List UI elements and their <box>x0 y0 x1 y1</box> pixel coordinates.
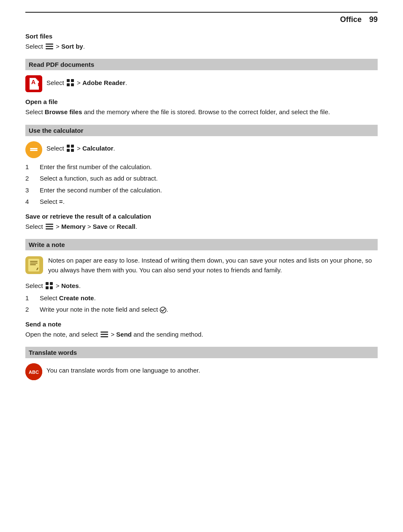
save-retrieve-heading: Save or retrieve the result of a calcula… <box>25 213 378 220</box>
calculator-instruction: Select > Calculator. <box>46 143 115 153</box>
sort-files-select-label: Select <box>25 43 45 50</box>
note-step-1: 1 Select Create note. <box>25 293 378 303</box>
sort-files-heading: Sort files <box>25 33 378 40</box>
svg-rect-7 <box>67 83 70 86</box>
svg-rect-10 <box>71 145 74 148</box>
sort-files-section: Sort files Select > Sort by. <box>25 33 378 51</box>
svg-rect-20 <box>30 264 36 265</box>
apps-grid-icon-pdf <box>67 79 74 87</box>
svg-text:ABC: ABC <box>29 370 39 375</box>
menu-icon <box>46 44 53 49</box>
send-note-heading: Send a note <box>25 321 378 328</box>
svg-rect-19 <box>30 263 38 263</box>
svg-rect-15 <box>46 228 53 230</box>
menu-icon-send <box>101 332 108 337</box>
calculator-icon-row: Select > Calculator. <box>25 141 378 158</box>
write-note-intro: Notes on paper are easy to lose. Instead… <box>48 255 378 275</box>
translate-bar: Translate words <box>25 347 378 358</box>
open-file-text: Select Browse files and the memory where… <box>25 107 378 117</box>
svg-text:PDF: PDF <box>31 82 41 87</box>
read-pdf-instruction: Select > Adobe Reader. <box>46 78 127 88</box>
svg-rect-26 <box>101 332 108 333</box>
sort-files-instruction: Select > Sort by. <box>25 41 378 51</box>
svg-rect-11 <box>67 149 70 152</box>
calc-step-2: 2 Select a function, such as add or subt… <box>25 174 378 184</box>
header-page: 99 <box>369 15 378 24</box>
svg-rect-1 <box>46 46 53 47</box>
write-note-section: Write a note Notes on paper are easy to … <box>25 239 378 339</box>
open-file-heading: Open a file <box>25 98 378 105</box>
calculator-steps-list: 1 Enter the first number of the calculat… <box>25 162 378 207</box>
svg-rect-13 <box>46 224 53 225</box>
svg-rect-6 <box>71 79 74 82</box>
write-note-select: Select > Notes. <box>25 281 378 291</box>
calc-step-3: 3 Enter the second number of the calcula… <box>25 186 378 195</box>
write-note-icon-row: Notes on paper are easy to lose. Instead… <box>25 255 378 278</box>
svg-rect-12 <box>71 149 74 152</box>
svg-rect-0 <box>46 44 53 45</box>
calculator-icon-inner <box>30 148 38 151</box>
calc-line-1 <box>30 148 38 149</box>
write-note-bar: Write a note <box>25 239 378 250</box>
svg-rect-21 <box>46 282 49 285</box>
calculator-section: Use the calculator Select > Calculator. <box>25 125 378 231</box>
page: Office 99 Sort files Select > Sort by. R… <box>0 0 403 532</box>
apps-grid-icon-notes <box>46 282 53 290</box>
svg-rect-2 <box>46 48 53 49</box>
abc-icon: ABC <box>25 363 42 380</box>
calc-line-2 <box>30 150 38 151</box>
svg-rect-22 <box>50 282 53 285</box>
menu-icon-save <box>46 224 53 230</box>
calculator-bar: Use the calculator <box>25 125 378 136</box>
svg-rect-9 <box>67 145 70 148</box>
adobe-reader-icon: PDF <box>25 75 42 92</box>
notes-icon-wrapper <box>25 256 43 275</box>
translate-section: Translate words ABC You can translate wo… <box>25 347 378 380</box>
read-pdf-icon-row: PDF Select > Adobe Reader. <box>25 75 378 92</box>
svg-rect-23 <box>46 286 49 289</box>
translate-icon-row: ABC You can translate words from one lan… <box>25 363 378 380</box>
header: Office 99 <box>25 15 378 24</box>
svg-rect-14 <box>46 226 53 227</box>
svg-rect-5 <box>67 79 70 82</box>
read-pdf-section: Read PDF documents PDF Select <box>25 59 378 117</box>
note-step-2: 2 Write your note in the note field and … <box>25 305 378 315</box>
write-note-steps-list: 1 Select Create note. 2 Write your note … <box>25 293 378 315</box>
calc-step-1: 1 Enter the first number of the calculat… <box>25 162 378 172</box>
header-title: Office <box>340 15 362 24</box>
svg-rect-28 <box>101 336 108 337</box>
apps-grid-icon-calc <box>67 145 74 152</box>
translate-text: You can translate words from one languag… <box>46 365 200 375</box>
checkmark-icon <box>160 307 166 313</box>
calc-step-4: 4 Select =. <box>25 197 378 207</box>
send-note-instruction: Open the note, and select > Send and the… <box>25 329 378 339</box>
svg-rect-24 <box>50 286 53 289</box>
svg-rect-27 <box>101 334 108 335</box>
svg-rect-18 <box>30 261 38 262</box>
read-pdf-bar: Read PDF documents <box>25 59 378 70</box>
calculator-icon <box>25 141 42 158</box>
sort-files-sortby: > Sort by. <box>56 43 85 50</box>
save-retrieve-instruction: Select > Memory > Save or Recall. <box>25 222 378 231</box>
notes-icon <box>25 256 43 274</box>
top-rule <box>25 12 378 13</box>
svg-rect-8 <box>71 83 74 86</box>
